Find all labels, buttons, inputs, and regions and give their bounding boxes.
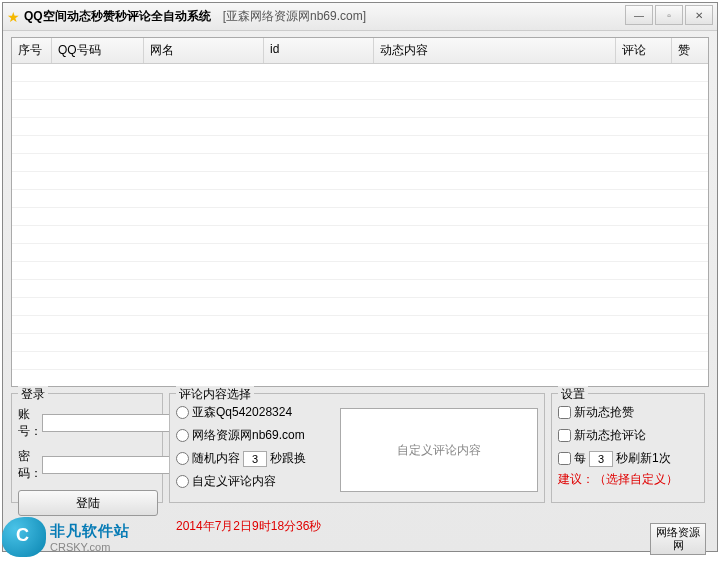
table-row: [12, 64, 708, 82]
chk-refresh-suffix: 秒刷新1次: [616, 450, 671, 467]
password-label: 密码：: [18, 448, 42, 482]
resource-button[interactable]: 网络资源网: [650, 523, 706, 555]
app-subtitle: [亚森网络资源网nb69.com]: [223, 8, 366, 25]
chk-new-like[interactable]: [558, 406, 571, 419]
advice-text: 建议：（选择自定义）: [558, 471, 698, 488]
table-row: [12, 100, 708, 118]
watermark-line1: 非凡软件站: [50, 522, 130, 541]
radio-opt2[interactable]: [176, 429, 189, 442]
col-comment[interactable]: 评论: [616, 38, 672, 63]
comment-group: 评论内容选择 亚森Qq542028324 网络资源网nb69.com 随机内容: [169, 393, 545, 503]
bottom-panel: 登录 账号： 密码： 登陆 评论内容选择 亚森Qq542028324: [11, 393, 709, 503]
login-button[interactable]: 登陆: [18, 490, 158, 516]
login-group: 登录 账号： 密码： 登陆: [11, 393, 163, 503]
chk-refresh-prefix: 每: [574, 450, 586, 467]
watermark-line2: CRSKY.com: [50, 541, 130, 553]
radio-opt4[interactable]: [176, 475, 189, 488]
star-icon: ★: [7, 9, 20, 25]
comment-title: 评论内容选择: [176, 386, 254, 403]
table-row: [12, 208, 708, 226]
table-row: [12, 136, 708, 154]
table-row: [12, 172, 708, 190]
radio-opt3-prefix: 随机内容: [192, 450, 240, 467]
table-row: [12, 280, 708, 298]
col-name[interactable]: 网名: [144, 38, 264, 63]
watermark-logo-icon: [2, 517, 46, 557]
chk-new-comment[interactable]: [558, 429, 571, 442]
data-table: 序号 QQ号码 网名 id 动态内容 评论 赞: [11, 37, 709, 387]
radio-opt3-suffix: 秒跟换: [270, 450, 306, 467]
col-id[interactable]: id: [264, 38, 374, 63]
table-body[interactable]: [12, 64, 708, 387]
random-seconds-input[interactable]: [243, 451, 267, 467]
app-window: ★ QQ空间动态秒赞秒评论全自动系统 [亚森网络资源网nb69.com] — ▫…: [2, 2, 718, 552]
table-row: [12, 82, 708, 100]
table-row: [12, 262, 708, 280]
table-row: [12, 118, 708, 136]
maximize-button[interactable]: ▫: [655, 5, 683, 25]
watermark: 非凡软件站 CRSKY.com: [2, 517, 130, 557]
table-row: [12, 226, 708, 244]
minimize-button[interactable]: —: [625, 5, 653, 25]
radio-opt1[interactable]: [176, 406, 189, 419]
settings-title: 设置: [558, 386, 588, 403]
app-title: QQ空间动态秒赞秒评论全自动系统: [24, 8, 211, 25]
titlebar: ★ QQ空间动态秒赞秒评论全自动系统 [亚森网络资源网nb69.com] — ▫…: [3, 3, 717, 31]
chk-refresh[interactable]: [558, 452, 571, 465]
table-row: [12, 316, 708, 334]
settings-group: 设置 新动态抢赞 新动态抢评论 每 秒刷新1次 建议：（选择自定义）: [551, 393, 705, 503]
table-row: [12, 244, 708, 262]
account-label: 账号：: [18, 406, 42, 440]
chk-new-comment-label: 新动态抢评论: [574, 427, 646, 444]
close-button[interactable]: ✕: [685, 5, 713, 25]
timestamp: 2014年7月2日9时18分36秒: [176, 518, 321, 535]
col-content[interactable]: 动态内容: [374, 38, 616, 63]
table-row: [12, 190, 708, 208]
table-row: [12, 334, 708, 352]
col-like[interactable]: 赞: [672, 38, 708, 63]
content-area: 序号 QQ号码 网名 id 动态内容 评论 赞: [3, 31, 717, 507]
table-row: [12, 370, 708, 387]
table-row: [12, 154, 708, 172]
chk-new-like-label: 新动态抢赞: [574, 404, 634, 421]
radio-opt1-label: 亚森Qq542028324: [192, 404, 292, 421]
radio-opt2-label: 网络资源网nb69.com: [192, 427, 305, 444]
table-header: 序号 QQ号码 网名 id 动态内容 评论 赞: [12, 38, 708, 64]
refresh-seconds-input[interactable]: [589, 451, 613, 467]
radio-opt4-label: 自定义评论内容: [192, 473, 276, 490]
col-qq[interactable]: QQ号码: [52, 38, 144, 63]
custom-comment-placeholder: 自定义评论内容: [397, 442, 481, 459]
col-seq[interactable]: 序号: [12, 38, 52, 63]
window-controls: — ▫ ✕: [623, 5, 713, 25]
radio-opt3[interactable]: [176, 452, 189, 465]
login-title: 登录: [18, 386, 48, 403]
table-row: [12, 352, 708, 370]
custom-comment-textarea[interactable]: 自定义评论内容: [340, 408, 538, 492]
table-row: [12, 298, 708, 316]
